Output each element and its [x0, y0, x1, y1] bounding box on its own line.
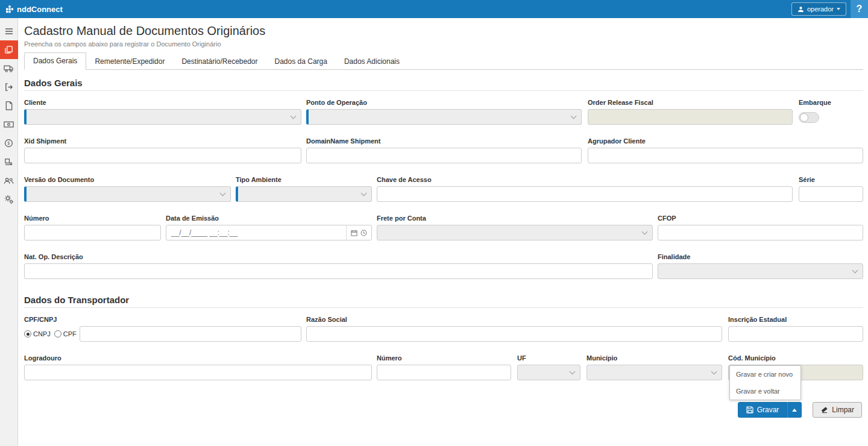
- radio-cnpj[interactable]: CNPJ: [24, 330, 51, 338]
- user-icon: [797, 6, 804, 13]
- divider: [24, 90, 863, 91]
- user-menu[interactable]: operador: [791, 2, 846, 16]
- chevron-down-icon: [570, 368, 576, 374]
- order-release-label: Order Release Fiscal: [588, 99, 793, 107]
- field-uf: UF: [517, 354, 580, 380]
- clear-button-label: Limpar: [832, 406, 854, 414]
- numero-endereco-label: Número: [377, 354, 511, 362]
- cod-municipio-label: Cód. Município: [728, 354, 863, 362]
- frete-por-conta-select[interactable]: [377, 225, 653, 240]
- numero-endereco-input[interactable]: [377, 365, 511, 380]
- cliente-select[interactable]: [24, 109, 301, 125]
- versao-documento-select[interactable]: [24, 186, 231, 202]
- logradouro-input[interactable]: [24, 365, 372, 380]
- row-gerais-4: Número Data de Emissão Frete por Conta C…: [24, 215, 863, 240]
- section-dados-gerais-heading: Dados Gerais: [24, 78, 863, 88]
- sidebar-item-menu[interactable]: [0, 22, 18, 40]
- main-content: Cadastro Manual de Documentos Originário…: [18, 18, 868, 446]
- sidebar-item-sign-out[interactable]: [0, 78, 18, 96]
- serie-label: Série: [799, 176, 863, 184]
- help-button[interactable]: ?: [851, 0, 868, 18]
- data-emissao-pickers[interactable]: [346, 225, 371, 240]
- razao-social-label: Razão Social: [306, 316, 722, 324]
- menu-icon: [4, 27, 14, 36]
- file-icon: [5, 101, 13, 110]
- xid-shipment-label: Xid Shipment: [24, 137, 301, 145]
- order-release-input: [588, 109, 793, 125]
- ponto-operacao-select[interactable]: [306, 109, 582, 125]
- app-logo[interactable]: nddConnect: [0, 5, 63, 14]
- chevron-down-icon: [837, 8, 840, 10]
- chevron-down-icon: [571, 113, 577, 119]
- sidebar-item-banknote[interactable]: [0, 115, 18, 134]
- field-logradouro: Logradouro: [24, 354, 372, 380]
- inscricao-estadual-label: Inscrição Estadual: [728, 316, 863, 324]
- agrupador-cliente-input[interactable]: [588, 148, 863, 163]
- field-embarque: Embarque: [799, 99, 863, 125]
- data-emissao-input[interactable]: [166, 225, 346, 240]
- sidebar-item-currency[interactable]: $: [0, 134, 18, 152]
- uf-select[interactable]: [517, 365, 580, 380]
- tab-dados-adicionais[interactable]: Dados Adicionais: [336, 54, 408, 70]
- tab-remetente-expedidor[interactable]: Remetente/Expedidor: [86, 54, 173, 70]
- clear-button[interactable]: Limpar: [813, 402, 862, 418]
- menu-item-gravar-voltar[interactable]: Gravar e voltar: [730, 383, 800, 400]
- documents-icon: [4, 45, 13, 54]
- nat-op-descricao-input[interactable]: [24, 263, 653, 279]
- sidebar: $: [0, 18, 18, 446]
- chevron-down-icon: [642, 228, 648, 234]
- embarque-toggle[interactable]: [799, 112, 819, 123]
- field-ponto-operacao: Ponto de Operação: [306, 99, 582, 125]
- tab-dados-da-carga[interactable]: Dados da Carga: [266, 54, 336, 70]
- sidebar-item-package[interactable]: [0, 152, 18, 171]
- cfop-label: CFOP: [658, 215, 863, 222]
- page-subtitle: Preencha os campos abaixo para registrar…: [24, 40, 863, 48]
- versao-documento-label: Versão do Documento: [24, 176, 231, 184]
- field-cfop: CFOP: [658, 215, 863, 240]
- sidebar-item-file[interactable]: [0, 96, 18, 115]
- chave-acesso-input[interactable]: [377, 186, 793, 202]
- save-dropdown-menu: Gravar e criar novo Gravar e voltar: [729, 365, 801, 400]
- sidebar-item-settings[interactable]: [0, 190, 18, 209]
- brand-name: nddConnect: [17, 5, 63, 14]
- menu-item-gravar-criar-novo[interactable]: Gravar e criar novo: [730, 366, 800, 383]
- top-bar: nddConnect operador ?: [0, 0, 868, 18]
- row-gerais-1: Cliente Ponto de Operação Order Release …: [24, 99, 863, 125]
- radio-cnpj-label: CNPJ: [33, 330, 51, 338]
- save-options-button[interactable]: [787, 402, 802, 418]
- tipo-ambiente-select[interactable]: [236, 186, 372, 202]
- cfop-input[interactable]: [658, 225, 863, 240]
- sidebar-item-documents[interactable]: [0, 40, 18, 59]
- ndd-grid-icon: [5, 5, 14, 13]
- currency-circle-icon: $: [4, 139, 13, 148]
- domainname-shipment-input[interactable]: [306, 148, 582, 163]
- tab-dados-gerais[interactable]: Dados Gerais: [24, 52, 86, 70]
- sidebar-item-users[interactable]: [0, 171, 18, 190]
- field-municipio: Município: [587, 354, 722, 380]
- finalidade-select[interactable]: [658, 263, 863, 279]
- tipo-ambiente-label: Tipo Ambiente: [236, 176, 372, 184]
- cliente-label: Cliente: [24, 99, 301, 107]
- field-inscricao-estadual: Inscrição Estadual: [728, 316, 863, 342]
- save-split-button: Gravar: [738, 402, 802, 418]
- numero-input[interactable]: [24, 225, 161, 240]
- tab-destinatario-recebedor[interactable]: Destinatário/Recebedor: [173, 54, 266, 70]
- row-transportador-1: CPF/CNPJ CNPJ CPF Razão Social: [24, 316, 863, 342]
- inscricao-estadual-input[interactable]: [728, 326, 863, 342]
- razao-social-input[interactable]: [306, 326, 722, 342]
- row-gerais-2: Xid Shipment DomainName Shipment Agrupad…: [24, 137, 863, 163]
- field-cpf-cnpj: CPF/CNPJ CNPJ CPF: [24, 316, 301, 342]
- sidebar-item-truck[interactable]: [0, 59, 18, 78]
- frete-por-conta-label: Frete por Conta: [377, 215, 653, 222]
- row-gerais-3: Versão do Documento Tipo Ambiente Chave …: [24, 176, 863, 202]
- xid-shipment-input[interactable]: [24, 148, 301, 163]
- truck-icon: [4, 64, 14, 73]
- package-icon: [4, 157, 13, 166]
- page-title: Cadastro Manual de Documentos Originário…: [24, 24, 863, 38]
- serie-input[interactable]: [799, 186, 863, 202]
- save-button[interactable]: Gravar: [738, 402, 788, 418]
- save-icon: [746, 406, 753, 413]
- cpf-cnpj-input[interactable]: [80, 326, 301, 342]
- radio-cpf[interactable]: CPF: [54, 330, 77, 338]
- municipio-select[interactable]: [587, 365, 722, 380]
